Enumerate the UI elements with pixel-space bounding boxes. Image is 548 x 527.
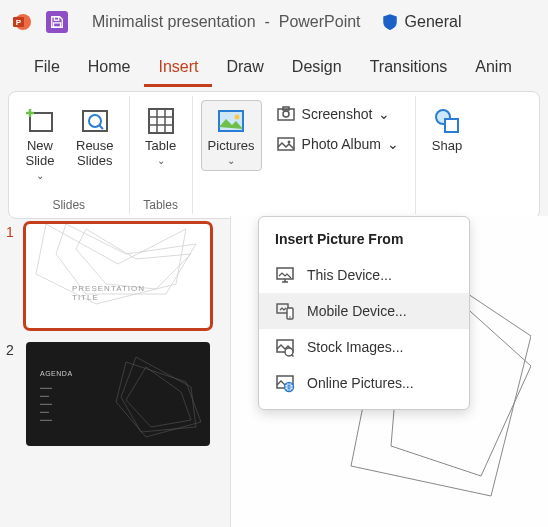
- tab-home[interactable]: Home: [74, 52, 145, 87]
- tab-animations[interactable]: Anim: [461, 52, 525, 87]
- this-device-item[interactable]: This Device...: [259, 257, 469, 293]
- ribbon: NewSlide ⌄ ReuseSlides Slides Table ⌄ Ta…: [8, 91, 540, 219]
- slide-thumbnail-1[interactable]: PRESENTATION TITLE: [26, 224, 210, 328]
- reuse-slides-button[interactable]: ReuseSlides: [69, 100, 121, 174]
- svg-point-10: [235, 115, 240, 120]
- dropdown-header: Insert Picture From: [259, 225, 469, 257]
- table-button[interactable]: Table ⌄: [138, 100, 184, 171]
- thumbnail-row: 1 PRESENTATION TITLE: [6, 224, 220, 328]
- chevron-down-icon: ⌄: [387, 136, 399, 152]
- chevron-down-icon: ⌄: [157, 155, 165, 166]
- photo-album-icon: [276, 134, 296, 154]
- svg-rect-4: [54, 23, 61, 27]
- group-label-slides: Slides: [52, 196, 85, 212]
- online-pictures-icon: [275, 373, 295, 393]
- slide-agenda-label: AGENDA: [40, 370, 73, 377]
- svg-text:P: P: [16, 18, 22, 27]
- svg-point-12: [283, 111, 289, 117]
- tab-file[interactable]: File: [20, 52, 74, 87]
- chevron-down-icon: ⌄: [227, 155, 235, 166]
- svg-point-15: [287, 141, 290, 144]
- stock-images-icon: [275, 337, 295, 357]
- svg-rect-3: [54, 17, 58, 21]
- slide-thumbnail-2[interactable]: AGENDA ━━━━━━━━━━━━━━━━━━: [26, 342, 210, 446]
- mobile-device-item[interactable]: Mobile Device...: [259, 293, 469, 329]
- photo-album-button[interactable]: Photo Album ⌄: [268, 130, 407, 158]
- tab-insert[interactable]: Insert: [144, 52, 212, 87]
- powerpoint-app-icon: P: [12, 12, 32, 32]
- screenshot-button[interactable]: Screenshot ⌄: [268, 100, 407, 128]
- new-slide-button[interactable]: NewSlide ⌄: [17, 100, 63, 186]
- pictures-dropdown-menu: Insert Picture From This Device... Mobil…: [258, 216, 470, 410]
- thumb-number: 1: [6, 224, 18, 240]
- slide-title-text: PRESENTATION TITLE: [72, 284, 164, 302]
- pictures-icon: [215, 105, 247, 137]
- slide-body-lines: ━━━━━━━━━━━━━━━━━━: [40, 384, 52, 424]
- svg-rect-8: [149, 109, 173, 133]
- ribbon-group-illustrations: Shap: [416, 96, 478, 214]
- slide-art: [26, 224, 210, 328]
- shapes-icon: [431, 105, 463, 137]
- chevron-down-icon: ⌄: [378, 106, 390, 122]
- tab-draw[interactable]: Draw: [212, 52, 277, 87]
- reuse-slides-icon: [79, 105, 111, 137]
- screenshot-icon: [276, 104, 296, 124]
- mobile-icon: [275, 301, 295, 321]
- chevron-down-icon: ⌄: [36, 170, 44, 181]
- svg-rect-17: [445, 119, 458, 132]
- slide-thumbnails-panel: 1 PRESENTATION TITLE 2: [0, 216, 230, 527]
- ribbon-group-slides: NewSlide ⌄ ReuseSlides Slides: [9, 96, 130, 214]
- tab-design[interactable]: Design: [278, 52, 356, 87]
- thumb-number: 2: [6, 342, 18, 358]
- tab-transitions[interactable]: Transitions: [356, 52, 462, 87]
- monitor-icon: [275, 265, 295, 285]
- shapes-button[interactable]: Shap: [424, 100, 470, 159]
- new-slide-icon: [24, 105, 56, 137]
- ribbon-tabs: File Home Insert Draw Design Transitions…: [0, 44, 548, 87]
- ribbon-group-tables: Table ⌄ Tables: [130, 96, 193, 214]
- online-pictures-item[interactable]: Online Pictures...: [259, 365, 469, 401]
- slide-art: [26, 342, 210, 446]
- sensitivity-badge[interactable]: General: [381, 13, 462, 31]
- thumbnail-row: 2 AGENDA ━━━━━━━━━━━━━━━━━━: [6, 342, 220, 446]
- pictures-button[interactable]: Pictures ⌄: [201, 100, 262, 171]
- ribbon-group-images: Pictures ⌄ Screenshot ⌄ Photo Album ⌄: [193, 96, 416, 214]
- svg-rect-5: [30, 113, 52, 131]
- shield-icon: [381, 13, 399, 31]
- title-bar: P Minimalist presentation - PowerPoint G…: [0, 0, 548, 44]
- table-icon: [145, 105, 177, 137]
- document-title: Minimalist presentation - PowerPoint: [92, 13, 361, 31]
- stock-images-item[interactable]: Stock Images...: [259, 329, 469, 365]
- svg-point-21: [289, 316, 291, 318]
- group-label-tables: Tables: [143, 196, 178, 212]
- save-icon[interactable]: [46, 11, 68, 33]
